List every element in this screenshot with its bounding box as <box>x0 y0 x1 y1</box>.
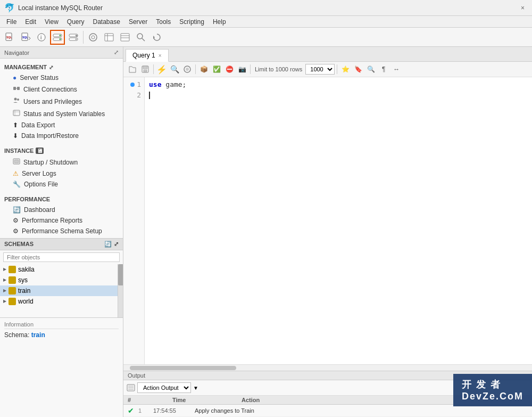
status-system-icon <box>13 109 20 118</box>
horizontal-scrollbar[interactable] <box>123 364 532 371</box>
startup-shutdown-icon <box>13 158 20 167</box>
svg-point-9 <box>60 38 61 40</box>
schema-arrow-train: ▶ <box>3 288 6 293</box>
schema-arrow-world: ▶ <box>3 299 6 304</box>
sidebar-item-server-logs[interactable]: ⚠ Server Logs <box>0 168 123 179</box>
save-query-btn[interactable] <box>139 63 151 75</box>
tab-query1-label: Query 1 <box>132 52 155 59</box>
schema-arrow-sys: ▶ <box>3 277 6 282</box>
data-import-icon: ⬇ <box>13 132 18 140</box>
dashboard-icon: 🔄 <box>13 206 21 214</box>
schema-item-train[interactable]: ▶ train <box>0 285 118 296</box>
menu-help[interactable]: Help <box>209 17 230 27</box>
users-privileges-icon <box>13 97 20 106</box>
sql-file2-btn[interactable]: SQL <box>18 30 33 45</box>
instance-icon: 🖥 <box>36 148 44 154</box>
schema-item-sakila[interactable]: ▶ sakila <box>0 264 118 275</box>
info-title: Information <box>4 321 119 329</box>
cancel-query-btn[interactable]: ⛔ <box>223 63 235 75</box>
data-export-icon: ⬆ <box>13 121 18 129</box>
schema-item-world[interactable]: ▶ world <box>0 296 118 307</box>
stop-btn[interactable] <box>181 63 193 75</box>
schema-value[interactable]: train <box>31 331 45 339</box>
svg-rect-27 <box>17 87 20 90</box>
line-number-2: 2 <box>127 90 141 101</box>
invisible-char-btn[interactable]: ¶ <box>378 63 389 75</box>
management-title: MANAGEMENT ⤢ <box>0 62 123 72</box>
output-dropdown-arrow[interactable]: ▼ <box>193 385 198 391</box>
table-data-btn[interactable] <box>102 30 117 45</box>
action-output-icon <box>127 383 135 392</box>
sidebar-item-data-export[interactable]: ⬆ Data Export <box>0 120 123 130</box>
info-btn[interactable]: i <box>34 30 49 45</box>
svg-rect-26 <box>13 87 16 90</box>
menu-view[interactable]: View <box>40 17 63 27</box>
tab-query1[interactable]: Query 1 × <box>126 49 169 62</box>
line-dot-1 <box>130 83 135 87</box>
menu-scripting[interactable]: Scripting <box>175 17 209 27</box>
schemas-expand-icon[interactable]: ⤢ <box>114 241 119 248</box>
sidebar-item-users-privileges[interactable]: Users and Privileges <box>0 95 123 108</box>
open-file-btn[interactable] <box>127 63 138 75</box>
menu-file[interactable]: File <box>2 17 21 27</box>
schemas-section: SCHEMAS 🔄 ⤢ ▶ sakila ▶ <box>0 238 123 418</box>
options-file-icon: 🔧 <box>13 181 21 188</box>
snapshot-btn[interactable]: 📷 <box>236 63 248 75</box>
sidebar-item-server-status[interactable]: ● Server Status <box>0 72 123 83</box>
schema-icon-world <box>9 298 16 305</box>
sidebar: Navigator ⤢ MANAGEMENT ⤢ ● Server Status <box>0 47 123 417</box>
menu-edit[interactable]: Edit <box>21 17 40 27</box>
sidebar-item-status-system[interactable]: Status and System Variables <box>0 108 123 120</box>
schemas-filter[interactable] <box>3 252 120 262</box>
sidebar-item-data-import[interactable]: ⬇ Data Import/Restore <box>0 130 123 141</box>
editor-area: 1 2 use game; <box>123 77 532 364</box>
line-number-1: 1 <box>127 79 141 90</box>
schema-icon-sakila <box>9 266 16 273</box>
sql-file-btn[interactable]: SQL <box>2 30 17 45</box>
scrollbar-thumb[interactable] <box>130 366 236 370</box>
sidebar-item-dashboard[interactable]: 🔄 Dashboard <box>0 205 123 215</box>
sidebar-item-client-connections[interactable]: Client Connections <box>0 83 123 95</box>
sidebar-item-startup-shutdown[interactable]: Startup / Shutdown <box>0 156 123 168</box>
check-btn[interactable]: ✅ <box>211 63 222 75</box>
explain-btn[interactable]: 📦 <box>198 63 210 75</box>
sidebar-item-performance-schema[interactable]: ⚙ Performance Schema Setup <box>0 226 123 236</box>
content-area: Query 1 × ⚡ 🔍 📦 ✅ ⛔ 📷 Limit to 100 <box>123 47 532 417</box>
execute-btn[interactable]: ⚡ <box>156 63 168 75</box>
search-btn[interactable] <box>134 30 148 45</box>
management-expand-icon[interactable]: ⤢ <box>49 64 53 70</box>
navigator-icon[interactable]: ⤢ <box>114 49 119 56</box>
filter-objects-input[interactable] <box>3 252 120 262</box>
sidebar-item-options-file[interactable]: 🔧 Options File <box>0 179 123 190</box>
title-bar-text: Local instance MySQL Router <box>18 4 518 12</box>
connect-db-btn[interactable] <box>50 30 65 45</box>
manage-connections-btn[interactable]: + <box>66 30 81 45</box>
svg-rect-35 <box>14 160 19 163</box>
reconnect-btn[interactable] <box>149 30 164 45</box>
col-header-action: Action <box>242 397 260 403</box>
svg-point-29 <box>14 98 17 101</box>
tab-query1-close[interactable]: × <box>159 53 162 59</box>
limit-select[interactable]: 1000 200 500 2000 5000 <box>305 64 335 75</box>
format-btn[interactable]: 🔖 <box>352 63 364 75</box>
schema-item-sys[interactable]: ▶ sys <box>0 275 118 285</box>
execute-selection-btn[interactable]: 🔍 <box>169 63 180 75</box>
editor-content[interactable]: use game; <box>145 77 532 364</box>
sidebar-item-performance-reports[interactable]: ⚙ Performance Reports <box>0 215 123 226</box>
menu-tools[interactable]: Tools <box>152 17 175 27</box>
search2-btn[interactable]: 🔍 <box>365 63 377 75</box>
title-bar: 🐬 Local instance MySQL Router × <box>0 0 532 16</box>
schema-list: ▶ sakila ▶ sys ▶ train <box>0 264 118 317</box>
bookmark-btn[interactable]: ⭐ <box>339 63 351 75</box>
schema-inspector-btn[interactable] <box>86 30 101 45</box>
action-output-select[interactable]: Action Output <box>137 382 191 393</box>
menu-server[interactable]: Server <box>124 17 152 27</box>
table-stats-btn[interactable] <box>118 30 132 45</box>
menu-database[interactable]: Database <box>89 17 124 27</box>
schemas-header: SCHEMAS 🔄 ⤢ <box>0 238 123 250</box>
close-button[interactable]: × <box>518 3 528 13</box>
menu-query[interactable]: Query <box>63 17 89 27</box>
schemas-refresh-icon[interactable]: 🔄 <box>104 241 112 248</box>
word-wrap-btn[interactable]: ↔ <box>390 63 402 75</box>
schema-scrollbar[interactable] <box>118 264 123 317</box>
